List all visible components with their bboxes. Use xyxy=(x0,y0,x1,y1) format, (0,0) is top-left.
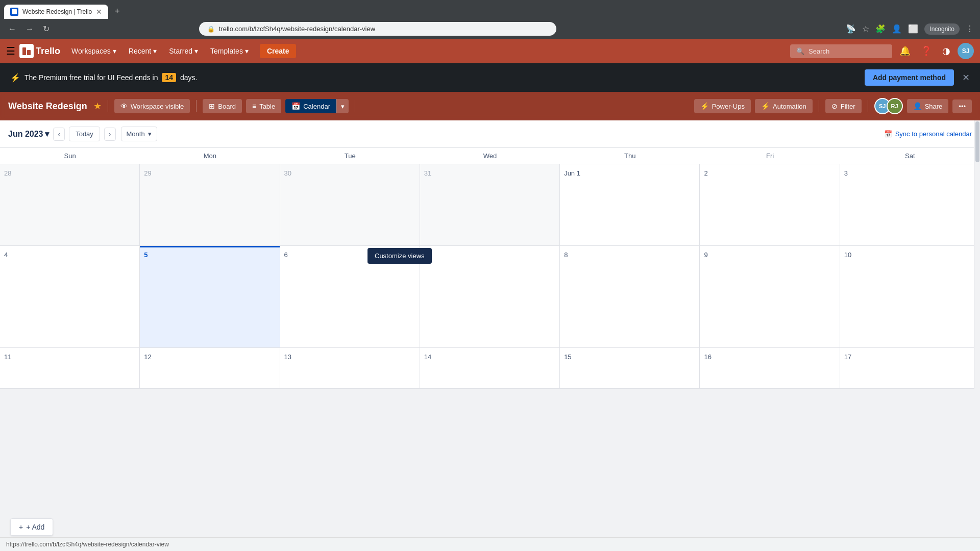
next-month-button[interactable]: › xyxy=(104,128,116,141)
extensions-icon[interactable]: 🧩 xyxy=(875,24,886,34)
more-button[interactable]: ••• xyxy=(952,99,972,113)
cast-icon[interactable]: 📡 xyxy=(846,24,856,34)
tab-close-button[interactable]: ✕ xyxy=(96,8,102,16)
calendar-grid: Sun Mon Tue Wed Thu Fri Sat 28 29 30 31 … xyxy=(0,148,980,389)
workspace-visible-button[interactable]: 👁 Workspace visible xyxy=(114,99,190,113)
templates-menu[interactable]: Templates ▾ xyxy=(205,44,254,58)
calendar-week-3: 11 12 13 14 15 16 17 xyxy=(0,348,980,389)
calendar-day-3[interactable]: 3 xyxy=(840,164,980,245)
toolbar-divider-5 xyxy=(868,100,868,112)
workspaces-menu[interactable]: Workspaces ▾ xyxy=(66,44,121,58)
premium-banner: ⚡ The Premium free trial for UI Feed end… xyxy=(0,63,980,92)
incognito-button[interactable]: Incognito xyxy=(924,23,960,35)
toolbar-divider xyxy=(108,100,108,112)
power-ups-button[interactable]: ⚡ Power-Ups xyxy=(694,99,751,113)
automation-button[interactable]: ⚡ Automation xyxy=(755,99,813,113)
banner-close-button[interactable]: ✕ xyxy=(962,72,970,83)
board-view-button[interactable]: ⊞ Board xyxy=(203,99,242,113)
automation-icon: ⚡ xyxy=(761,102,770,110)
calendar-sync-icon: 📅 xyxy=(884,130,892,138)
calendar-day-8[interactable]: 8 xyxy=(560,246,700,347)
table-icon: ≡ xyxy=(252,102,256,110)
reload-button[interactable]: ↻ xyxy=(41,22,52,36)
new-tab-button[interactable]: + xyxy=(110,4,124,19)
trello-logo[interactable]: ☰ Trello xyxy=(6,44,60,58)
calendar-day-9[interactable]: 9 xyxy=(700,246,840,347)
calendar-day-29[interactable]: 29 xyxy=(140,164,280,245)
sidebar-icon[interactable]: ⬜ xyxy=(908,24,918,34)
trello-wordmark: Trello xyxy=(36,46,60,57)
calendar-day-30[interactable]: 30 xyxy=(280,164,420,245)
workspace-icon: 👁 xyxy=(120,102,128,110)
search-bar[interactable]: 🔍 Search xyxy=(790,44,892,58)
address-bar[interactable]: 🔒 trello.com/b/lzcfSh4q/website-redesign… xyxy=(199,22,556,36)
today-indicator xyxy=(140,246,279,247)
share-button[interactable]: 👤 Share xyxy=(907,99,949,113)
tab-favicon xyxy=(10,8,18,16)
customize-views-tooltip: Customize views xyxy=(368,248,432,264)
calendar-day-10[interactable]: 10 xyxy=(840,246,980,347)
views-dropdown-button[interactable]: ▾ xyxy=(336,99,349,113)
create-button[interactable]: Create xyxy=(260,44,297,58)
calendar-view-button[interactable]: 📅 Calendar xyxy=(285,99,336,113)
calendar-day-12[interactable]: 12 xyxy=(140,348,280,389)
menu-dots-icon[interactable]: ⋮ xyxy=(966,24,974,34)
header-thu: Thu xyxy=(560,148,700,164)
bookmark-icon[interactable]: ☆ xyxy=(862,24,869,34)
help-button[interactable]: ❓ xyxy=(918,42,935,60)
calendar-day-2[interactable]: 2 xyxy=(700,164,840,245)
recent-menu[interactable]: Recent ▾ xyxy=(124,44,162,58)
calendar-day-7[interactable]: 7 xyxy=(420,246,560,347)
toolbar-divider-3 xyxy=(355,100,355,112)
calendar-day-jun1[interactable]: Jun 1 xyxy=(560,164,700,245)
calendar-day-11[interactable]: 11 xyxy=(0,348,140,389)
calendar-day-13[interactable]: 13 xyxy=(280,348,420,389)
filter-icon: ⊘ xyxy=(831,102,838,110)
profile-icon[interactable]: 👤 xyxy=(892,24,902,34)
calendar-day-14[interactable]: 14 xyxy=(420,348,560,389)
notifications-button[interactable]: 🔔 xyxy=(896,42,914,60)
header-wed: Wed xyxy=(420,148,560,164)
member-avatar-rj[interactable]: RJ xyxy=(887,98,903,114)
scrollbar-track[interactable] xyxy=(974,120,980,389)
calendar-day-31[interactable]: 31 xyxy=(420,164,560,245)
banner-days: 14 xyxy=(162,73,176,82)
calendar-week-1: 28 29 30 31 Jun 1 2 3 xyxy=(0,164,980,246)
share-icon: 👤 xyxy=(913,102,922,110)
current-month-display[interactable]: Jun 2023 ▾ xyxy=(8,129,49,139)
calendar-day-28[interactable]: 28 xyxy=(0,164,140,245)
tab-title: Website Redesign | Trello xyxy=(22,8,92,15)
header-sat: Sat xyxy=(840,148,980,164)
today-button[interactable]: Today xyxy=(69,127,100,141)
month-view-selector[interactable]: Month ▾ xyxy=(121,127,157,141)
forward-button[interactable]: → xyxy=(23,22,36,36)
calendar-day-15[interactable]: 15 xyxy=(560,348,700,389)
toolbar-divider-4 xyxy=(819,100,819,112)
header-tue: Tue xyxy=(280,148,420,164)
table-view-button[interactable]: ≡ Table xyxy=(246,99,281,113)
theme-button[interactable]: ◑ xyxy=(939,42,953,60)
date-navigation: Jun 2023 ▾ ‹ Today › xyxy=(8,127,116,141)
banner-text-before: The Premium free trial for UI Feed ends … xyxy=(24,73,158,82)
filter-button[interactable]: ⊘ Filter xyxy=(825,99,862,113)
calendar-week-2: 4 5 6 7 8 9 10 xyxy=(0,246,980,348)
calendar-day-5[interactable]: 5 xyxy=(140,246,280,347)
prev-month-button[interactable]: ‹ xyxy=(53,128,65,141)
active-tab[interactable]: Website Redesign | Trello ✕ xyxy=(4,5,108,19)
starred-menu[interactable]: Starred ▾ xyxy=(164,44,203,58)
calendar-day-16[interactable]: 16 xyxy=(700,348,840,389)
sync-calendar-button[interactable]: 📅 Sync to personal calendar xyxy=(884,130,972,138)
add-payment-button[interactable]: Add payment method xyxy=(865,69,954,86)
scrollbar-thumb[interactable] xyxy=(975,121,979,162)
top-navigation: ☰ Trello Workspaces ▾ Recent ▾ Starred ▾ xyxy=(0,39,980,63)
back-button[interactable]: ← xyxy=(6,22,18,36)
calendar-day-17[interactable]: 17 xyxy=(840,348,980,389)
header-mon: Mon xyxy=(140,148,280,164)
calendar-day-headers: Sun Mon Tue Wed Thu Fri Sat xyxy=(0,148,980,164)
board-icon: ⊞ xyxy=(209,102,215,110)
user-avatar[interactable]: SJ xyxy=(958,43,974,59)
star-button[interactable]: ★ xyxy=(93,101,102,112)
header-fri: Fri xyxy=(700,148,840,164)
calendar-day-4[interactable]: 4 xyxy=(0,246,140,347)
member-avatars: SJ RJ xyxy=(874,98,903,114)
